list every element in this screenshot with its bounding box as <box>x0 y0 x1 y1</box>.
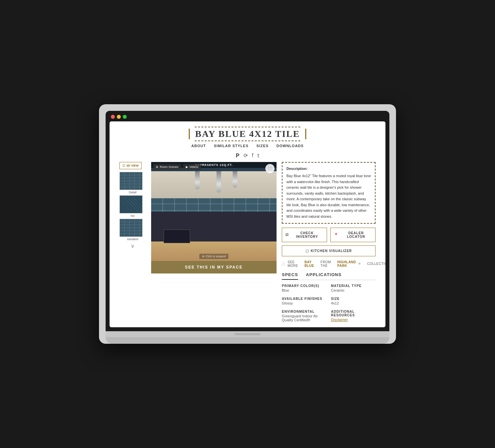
laptop-hinge <box>234 333 261 335</box>
spec-primary-color-label: PRIMARY COLOR(S) <box>282 284 326 288</box>
spec-environmental: ENVIRONMENTAL Greenguard Indoor Air Qual… <box>282 310 326 322</box>
laptop-foot <box>106 337 389 344</box>
room-scenes-button[interactable]: ⊞ Room Scenes <box>153 164 181 170</box>
videos-button[interactable]: ▶ Videos <box>183 164 201 170</box>
tab-similar-styles[interactable]: SIMILAR STYLES <box>214 144 248 149</box>
specs-grid: PRIMARY COLOR(S) Blue MATERIAL TYPE Cera… <box>282 284 376 322</box>
laptop-frame: BAY BLUE 4X12 TILE ABOUT SIMILAR STYLES … <box>99 104 396 343</box>
pendant-light-3 <box>233 171 237 188</box>
tab-downloads[interactable]: DOWNLOADS <box>277 144 304 149</box>
dashed-border-top <box>195 127 300 127</box>
spec-material-type: MATERIAL TYPE Ceramic <box>331 284 376 292</box>
tile-variation-pattern <box>120 219 142 237</box>
check-inventory-button[interactable]: ☑ CHECK INVENTORY <box>282 228 327 242</box>
specs-tabs: SPECS APPLICATIONS <box>282 272 376 280</box>
tab-about[interactable]: ABOUT <box>191 144 206 149</box>
collection-link[interactable]: ⬚ SEE MORE BAY BLUE FROM THE HIGHLAND PA… <box>282 260 376 268</box>
traffic-lights <box>110 115 385 119</box>
tile-detail-pattern <box>120 172 142 190</box>
thumbnail-iso[interactable]: Iso <box>119 195 146 217</box>
description-text: Bay Blue 4x12" Tile features a muted roy… <box>286 173 371 220</box>
spec-additional-resources-label: ADDITIONAL RESOURCES <box>331 310 376 317</box>
collection-highlight: BAY BLUE <box>305 260 314 268</box>
spec-size-label: SIZE <box>331 297 376 301</box>
thumbnail-detail[interactable]: Detail <box>119 172 146 194</box>
image-controls: ⊞ Room Scenes ▶ Videos <box>153 164 201 170</box>
thumbnail-sidebar: ⬡ 3D VIEW Detail <box>119 162 146 322</box>
description-title: Description: <box>286 166 371 172</box>
tab-applications[interactable]: APPLICATIONS <box>306 272 342 280</box>
browser-content: BAY BLUE 4X12 TILE ABOUT SIMILAR STYLES … <box>110 121 385 327</box>
social-icons: 𝗣 ⟳ f 𝗍 <box>119 152 376 159</box>
page-title: BAY BLUE 4X12 TILE <box>189 129 306 139</box>
spec-finishes: AVAILABLE FINISHES Glossy <box>282 297 326 305</box>
nav-tabs: ABOUT SIMILAR STYLES SIZES DOWNLOADS <box>119 144 376 149</box>
collection-from: FROM THE <box>320 260 331 268</box>
location-icon: 📍 <box>334 233 338 237</box>
minimize-button[interactable] <box>117 115 121 119</box>
spec-size: SIZE 4x12 <box>331 297 376 305</box>
thumb-variation-label: Variation <box>119 238 146 241</box>
spec-primary-color: PRIMARY COLOR(S) Blue <box>282 284 326 292</box>
video-icon: ▶ <box>186 165 188 169</box>
thumb-variation-img <box>119 219 143 237</box>
collection-trademark: ® <box>359 262 361 265</box>
kitchen-visualizer-button[interactable]: ⬚ KITCHEN VISUALIZER <box>282 245 376 256</box>
laptop-base <box>106 331 389 337</box>
checkmark-icon: ☑ <box>285 233 289 237</box>
collection-see-more: SEE MORE <box>288 260 298 268</box>
room-scenes-icon: ⊞ <box>156 165 158 169</box>
twitter-icon[interactable]: 𝗍 <box>257 152 259 159</box>
oven <box>164 230 190 243</box>
spec-primary-color-value: Blue <box>282 288 326 292</box>
spec-environmental-value: Greenguard Indoor Air Quality Certified® <box>282 314 326 322</box>
spec-additional-resources: ADDITIONAL RESOURCES Disclaimer <box>331 310 376 322</box>
page-header: BAY BLUE 4X12 TILE <box>119 127 376 141</box>
spec-additional-resources-value[interactable]: Disclaimer <box>331 318 376 322</box>
pinterest-icon[interactable]: 𝗣 <box>236 152 240 159</box>
tab-sizes[interactable]: SIZES <box>256 144 269 149</box>
kitchen-viz-icon: ⬚ <box>306 249 309 253</box>
pendant-light-1 <box>195 171 200 189</box>
spec-material-type-label: MATERIAL TYPE <box>331 284 376 288</box>
description-box: Description: Bay Blue 4x12" Tile feature… <box>282 162 376 223</box>
view-3d-button[interactable]: ⬡ 3D VIEW <box>119 162 142 169</box>
thumb-iso-label: Iso <box>119 214 146 217</box>
screen-bezel: BAY BLUE 4X12 TILE ABOUT SIMILAR STYLES … <box>106 111 389 331</box>
facebook-icon[interactable]: f <box>252 152 253 159</box>
thumb-iso-img <box>119 195 143 213</box>
close-button[interactable] <box>111 115 115 119</box>
share-icon[interactable]: ⟳ <box>244 152 248 159</box>
main-tile-image: REPRESENTS 1SQ.FT. ⊞ Room Scenes ▶ Video… <box>151 162 277 261</box>
main-image-area: REPRESENTS 1SQ.FT. ⊞ Room Scenes ▶ Video… <box>151 162 277 322</box>
tile-collection-icon: ⬚ <box>282 262 285 266</box>
spec-material-type-value: Ceramic <box>331 288 376 292</box>
browser-window: BAY BLUE 4X12 TILE ABOUT SIMILAR STYLES … <box>110 121 385 327</box>
dealer-locator-button[interactable]: 📍 DEALER LOCATOR <box>330 228 376 242</box>
page-wrapper: BAY BLUE 4X12 TILE ABOUT SIMILAR STYLES … <box>110 121 385 327</box>
see-in-space-button[interactable]: SEE THIS IN MY SPACE <box>151 261 277 273</box>
maximize-button[interactable] <box>123 115 127 119</box>
tile-iso-pattern <box>120 196 142 213</box>
spec-environmental-label: ENVIRONMENTAL <box>282 310 326 313</box>
main-content: ⬡ 3D VIEW Detail <box>119 162 376 322</box>
tab-specs[interactable]: SPECS <box>282 272 298 280</box>
thumbnail-variation[interactable]: Variation <box>119 219 146 241</box>
action-buttons-row: ☑ CHECK INVENTORY 📍 DEALER LOCATOR <box>282 228 376 242</box>
thumb-detail-label: Detail <box>119 191 146 194</box>
right-panel: Description: Bay Blue 4x12" Tile feature… <box>282 162 376 322</box>
dashed-border-bottom <box>195 141 300 141</box>
thumb-detail-img <box>119 172 143 190</box>
cube-icon: ⬡ <box>122 164 125 167</box>
heart-icon: ♡ <box>268 166 272 171</box>
pendant-light-2 <box>216 171 221 193</box>
click-expand-label[interactable]: ⊕ Click to expand <box>199 254 228 259</box>
chevron-down-icon[interactable]: ∨ <box>119 243 146 249</box>
spec-finishes-value: Glossy <box>282 301 326 305</box>
spec-finishes-label: AVAILABLE FINISHES <box>282 297 326 301</box>
kitchen-scene <box>151 171 277 261</box>
collection-name: HIGHLAND PARK <box>337 260 356 268</box>
spec-size-value: 4x12 <box>331 301 376 305</box>
collection-suffix: COLLECTION <box>367 262 386 266</box>
